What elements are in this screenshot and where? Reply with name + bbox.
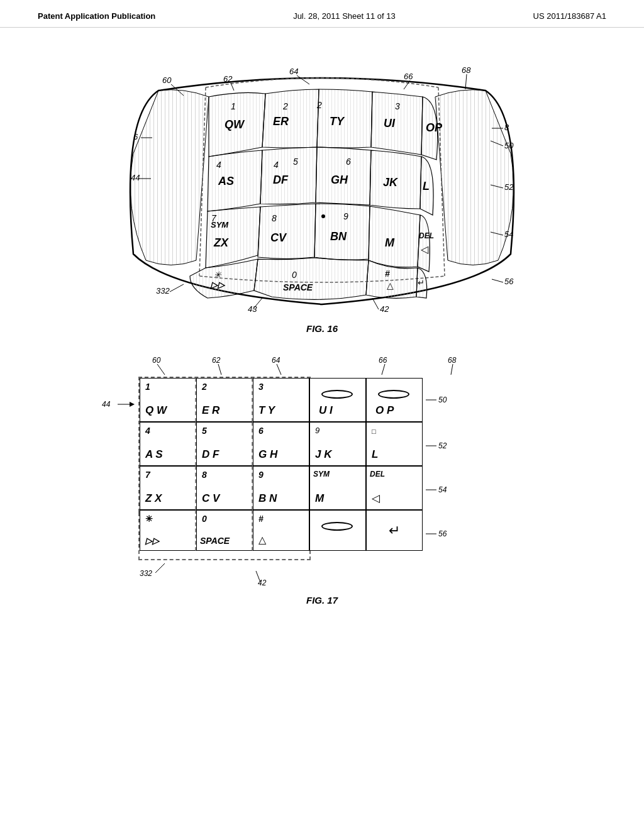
key-l[interactable]: □ L: [366, 422, 423, 466]
key-9-number: 9: [315, 426, 319, 435]
svg-text:DEL: DEL: [419, 231, 434, 240]
svg-text:TY: TY: [330, 115, 345, 128]
key-3-letters: T Y: [258, 404, 275, 417]
key-3-ty[interactable]: 3 T Y: [253, 378, 309, 422]
svg-text:43: 43: [248, 304, 257, 314]
header-patent-number: US 2011/183687 A1: [533, 11, 606, 21]
fig17-drawing: 60 62 64 66 68 44: [102, 353, 542, 589]
svg-text:62: 62: [223, 74, 233, 84]
svg-text:BN: BN: [330, 230, 347, 243]
key-l-symbol: □: [372, 428, 376, 435]
key-7-number: 7: [145, 470, 150, 480]
key-7-zx[interactable]: 7 Z X: [140, 466, 196, 510]
key-l-letters: L: [372, 448, 378, 461]
fig16-svg: QW 1 ER 2 TY 2 UI 3 OP: [108, 53, 536, 317]
svg-text:4: 4: [216, 160, 221, 170]
key-4-number: 4: [145, 426, 150, 436]
key-ui[interactable]: U I: [309, 378, 366, 422]
kb-row-1: 1 Q W 2 E R 3 T Y: [140, 378, 423, 422]
svg-text:64: 64: [289, 67, 298, 76]
svg-text:8: 8: [504, 123, 509, 132]
key-8-letters: C V: [202, 492, 219, 505]
svg-text:ER: ER: [273, 115, 289, 128]
key-6-number: 6: [258, 426, 264, 436]
key-3-number: 3: [258, 382, 264, 392]
key-sym-label: SYM: [313, 470, 330, 479]
svg-text:54: 54: [438, 485, 447, 494]
key-enter-symbol: ↵: [389, 523, 400, 539]
key-4-as[interactable]: 4 A S: [140, 422, 196, 466]
key-op-oval: [378, 390, 409, 399]
key-9-bn[interactable]: 9 B N: [253, 466, 309, 510]
key-star[interactable]: ✳ ▷▷: [140, 510, 196, 551]
svg-marker-76: [130, 402, 135, 407]
key-del[interactable]: DEL ◁: [366, 466, 423, 510]
key-5-number: 5: [202, 426, 207, 436]
svg-text:UI: UI: [384, 117, 396, 130]
svg-text:DF: DF: [273, 174, 289, 186]
svg-line-71: [218, 364, 221, 375]
svg-text:GH: GH: [331, 174, 348, 186]
kb-row-3: 7 Z X 8 C V 9 B N: [140, 466, 423, 510]
key-8-cv[interactable]: 8 C V: [196, 466, 253, 510]
key-7-letters: Z X: [145, 492, 162, 505]
fig17-container: 60 62 64 66 68 44: [38, 353, 606, 606]
svg-text:2: 2: [282, 101, 288, 111]
key-1-number: 1: [145, 382, 150, 392]
svg-text:6: 6: [133, 132, 138, 141]
key-ui-letters: U I: [319, 404, 333, 417]
key-star-symbol: ✳: [145, 514, 153, 524]
key-2-er[interactable]: 2 E R: [196, 378, 253, 422]
svg-text:5: 5: [293, 157, 298, 167]
svg-line-68: [372, 298, 379, 309]
key-del-label: DEL: [370, 470, 385, 479]
svg-text:60: 60: [162, 75, 172, 85]
kb-row-2: 4 A S 5 D F 6 G H: [140, 422, 423, 466]
svg-text:OP: OP: [426, 121, 443, 134]
key-6-gh[interactable]: 6 G H: [253, 422, 309, 466]
fig17-keyboard: 1 Q W 2 E R 3 T Y: [140, 378, 423, 551]
svg-text:▷▷: ▷▷: [210, 280, 226, 290]
key-4-letters: A S: [145, 448, 163, 461]
key-0-space[interactable]: 0 SPACE: [196, 510, 253, 551]
svg-text:JK: JK: [383, 176, 399, 189]
key-9-jk[interactable]: 9 J K: [309, 422, 366, 466]
key-op-letters: O P: [375, 404, 394, 417]
fig17-left-arrows: [102, 378, 140, 598]
svg-text:M: M: [385, 236, 395, 249]
key-sym-m[interactable]: SYM M: [309, 466, 366, 510]
key-sym-letters: M: [315, 492, 324, 505]
svg-line-62: [492, 279, 503, 282]
key-hash-letters: △: [258, 534, 266, 546]
svg-text:56: 56: [438, 529, 447, 538]
key-star-letters: ▷▷: [145, 536, 159, 546]
key-del-symbol: ◁: [372, 492, 380, 505]
svg-text:QW: QW: [225, 118, 245, 131]
svg-text:L: L: [423, 180, 430, 192]
svg-text:4: 4: [274, 160, 279, 170]
svg-text:56: 56: [504, 277, 514, 286]
svg-text:CV: CV: [270, 231, 287, 244]
key-1-qw[interactable]: 1 Q W: [140, 378, 196, 422]
svg-line-72: [277, 364, 281, 375]
key-enter[interactable]: ↵: [366, 510, 423, 551]
svg-text:52: 52: [438, 441, 447, 450]
page-header: Patent Application Publication Jul. 28, …: [0, 0, 644, 28]
svg-text:AS: AS: [218, 175, 234, 187]
key-2-letters: E R: [202, 404, 219, 417]
key-5-df[interactable]: 5 D F: [196, 422, 253, 466]
svg-text:0: 0: [292, 270, 297, 280]
svg-text:332: 332: [156, 286, 170, 296]
svg-text:△: △: [387, 280, 394, 290]
key-blank[interactable]: [309, 510, 366, 551]
key-1-letters: Q W: [145, 404, 167, 417]
svg-text:2: 2: [316, 100, 322, 110]
fig17-bottom-refs: 332 42: [140, 551, 517, 589]
key-space-label: SPACE: [200, 536, 230, 546]
fig16-container: QW 1 ER 2 TY 2 UI 3 OP: [38, 40, 606, 334]
svg-text:7: 7: [211, 213, 217, 223]
key-op[interactable]: O P: [366, 378, 423, 422]
svg-text:◁: ◁: [421, 244, 429, 255]
svg-text:42: 42: [380, 304, 389, 314]
key-hash[interactable]: # △: [253, 510, 309, 551]
